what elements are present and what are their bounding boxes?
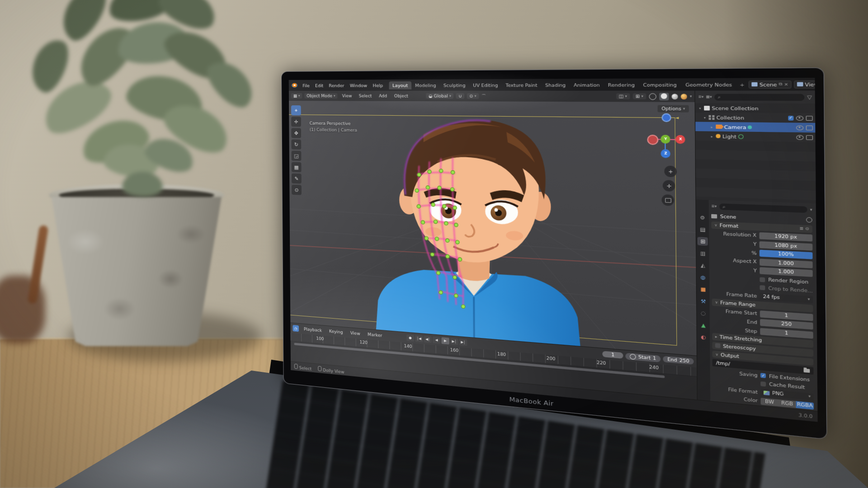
resolution-y-field[interactable]: 1080 px (760, 241, 812, 250)
tab-layout[interactable]: Layout (389, 81, 411, 89)
shading-solid-button[interactable] (659, 93, 669, 100)
viewlayer-selector[interactable]: ViewLayer ⧉ (794, 80, 815, 88)
collection-checkbox[interactable]: ✓ (788, 116, 793, 121)
tool-select-box[interactable]: ⌖ (291, 105, 301, 115)
pin-icon[interactable] (806, 217, 812, 222)
object-properties-tab[interactable]: ■ (698, 285, 708, 294)
timeline-menu-view[interactable]: View (348, 329, 363, 337)
output-properties-tab[interactable]: ⊞ (698, 237, 708, 245)
expand-icon[interactable]: ▸ (709, 134, 714, 138)
viewport-menu-object[interactable]: Object (392, 93, 411, 99)
tool-scale[interactable]: ◲ (292, 150, 302, 161)
expand-icon[interactable]: ▾ (703, 115, 707, 119)
tab-geometry-nodes[interactable]: Geometry Nodes (681, 80, 736, 89)
viewport-menu-add[interactable]: Add (377, 93, 390, 99)
play-reverse-button[interactable]: ◀ (433, 337, 440, 344)
shading-wireframe-button[interactable] (649, 93, 656, 100)
tool-transform[interactable]: ▦ (292, 162, 302, 173)
frame-end-field[interactable]: End 250 (663, 356, 694, 365)
tab-sculpting[interactable]: Sculpting (440, 81, 469, 89)
resolution-percent-field[interactable]: 100% (760, 250, 812, 259)
timeline-editor-icon[interactable]: ◷ (292, 325, 299, 332)
color-rgb-button[interactable]: RGB (778, 399, 796, 408)
filter-funnel-icon[interactable]: ▽ (807, 94, 812, 100)
proportional-editing-toggle[interactable]: ⊙ ▾ (467, 93, 479, 99)
previous-keyframe-button[interactable]: ◀⏐ (424, 336, 431, 343)
data-properties-tab[interactable]: ▲ (698, 320, 708, 329)
render-visibility-icon[interactable] (806, 125, 813, 130)
shading-material-button[interactable] (671, 94, 678, 99)
hide-eye-icon[interactable] (796, 125, 803, 130)
world-properties-tab[interactable]: ◍ (698, 273, 708, 282)
stereoscopy-checkbox[interactable] (715, 343, 721, 348)
outliner-filter-icon[interactable]: ≣▾ (698, 95, 703, 99)
frame-start-field[interactable]: Start 1 (626, 352, 661, 362)
shading-rendered-button[interactable] (680, 94, 687, 99)
play-button[interactable]: ▶ (441, 337, 449, 344)
tab-texture-paint[interactable]: Texture Paint (502, 80, 541, 89)
object-mode-dropdown[interactable]: Object Mode ▾ (304, 93, 337, 99)
tab-shading[interactable]: Shading (542, 80, 570, 89)
hide-eye-icon[interactable] (796, 116, 803, 121)
render-visibility-icon[interactable] (806, 135, 813, 140)
tab-uv-editing[interactable]: UV Editing (469, 81, 501, 89)
properties-filter-icon[interactable]: ▾ (810, 208, 812, 212)
menu-edit[interactable]: Edit (313, 82, 326, 89)
auto-key-record-button[interactable]: ● (406, 334, 414, 342)
tool-annotate[interactable]: ✎ (292, 174, 302, 184)
outliner-search-input[interactable]: ⌕ (714, 94, 805, 101)
expand-icon[interactable]: ▸ (709, 125, 714, 128)
object-visibility-dropdown[interactable]: ◫ ▾ (616, 93, 630, 99)
viewlayer-properties-tab[interactable]: ▥ (698, 249, 708, 258)
crop-to-render-checkbox[interactable] (760, 285, 765, 290)
scene-properties-tab[interactable]: ◭ (698, 261, 708, 270)
menu-window[interactable]: Window (348, 82, 370, 89)
material-properties-tab[interactable]: ◐ (698, 333, 709, 342)
next-keyframe-button[interactable]: ▶⏐ (450, 338, 458, 345)
hide-eye-icon[interactable] (796, 135, 803, 140)
outliner-display-mode-icon[interactable]: ▦▾ (706, 95, 712, 99)
render-visibility-icon[interactable] (806, 116, 813, 121)
overlays-dropdown[interactable]: ⊞ ▾ (632, 93, 646, 99)
add-workspace-button[interactable]: + (737, 80, 748, 89)
outliner-row-collection[interactable]: ▾ Collection ✓ (695, 113, 815, 123)
tab-animation[interactable]: Animation (570, 80, 604, 89)
folder-icon[interactable] (804, 368, 810, 372)
options-dropdown[interactable]: Options ▾ (657, 105, 689, 112)
viewport-menu-view[interactable]: View (340, 93, 354, 99)
menu-render[interactable]: Render (326, 82, 346, 89)
tab-modeling[interactable]: Modeling (412, 81, 440, 89)
tab-compositing[interactable]: Compositing (639, 80, 681, 89)
menu-file[interactable]: File (300, 82, 312, 89)
tool-cursor[interactable]: ✛ (291, 117, 301, 127)
render-properties-tab[interactable]: ▤ (698, 225, 708, 234)
timeline-menu-keying[interactable]: Keying (327, 328, 345, 336)
timeline-menu-playback[interactable]: Playback (302, 326, 324, 334)
tool-move[interactable]: ✥ (291, 128, 301, 138)
snap-toggle[interactable]: ∪ (456, 93, 464, 99)
timeline-menu-marker[interactable]: Marker (365, 331, 385, 339)
tab-rendering[interactable]: Rendering (604, 80, 638, 89)
falloff-icon[interactable]: ⌒ (481, 93, 486, 99)
cartoon-character[interactable] (368, 111, 586, 348)
shading-dropdown-icon[interactable]: ▾ (690, 94, 692, 99)
current-frame-field[interactable]: 1 (603, 351, 623, 359)
format-presets-icon[interactable]: ≣ ⊝ (799, 226, 809, 231)
blender-logo-icon[interactable] (292, 83, 298, 88)
aspect-x-field[interactable]: 1.000 (760, 258, 812, 268)
close-scene-icon[interactable]: ✕ (784, 82, 788, 87)
expand-icon[interactable]: ▾ (698, 106, 702, 110)
transform-orientation-dropdown[interactable]: ◒ Global ▾ (426, 93, 453, 99)
jump-to-start-button[interactable]: ⏐◀ (415, 335, 423, 342)
resolution-x-field[interactable]: 1920 px (760, 232, 812, 241)
menu-help[interactable]: Help (370, 82, 385, 89)
tool-rotate[interactable]: ↻ (291, 139, 301, 150)
physics-properties-tab[interactable]: ◌ (698, 309, 708, 318)
viewport-menu-select[interactable]: Select (357, 93, 374, 99)
properties-editor-icon[interactable]: ≣▾ (711, 204, 717, 209)
scene-selector[interactable]: Scene ⧉ ✕ (749, 80, 791, 89)
cache-result-checkbox[interactable] (760, 381, 766, 387)
file-extensions-checkbox[interactable]: ✓ (760, 373, 766, 379)
tool-measure[interactable]: ⊙ (292, 185, 302, 195)
jump-to-end-button[interactable]: ▶⏐ (459, 338, 467, 346)
